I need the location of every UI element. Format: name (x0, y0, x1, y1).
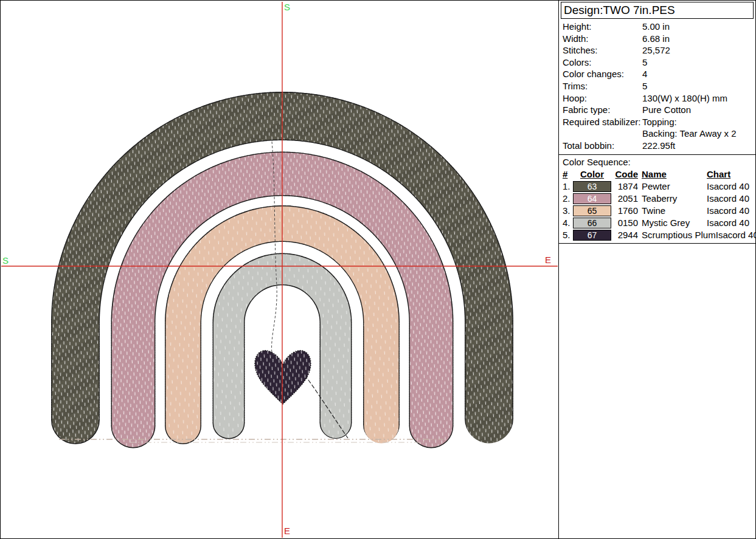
end-marker-right: E (545, 255, 551, 265)
thread-number: 66 (588, 218, 597, 228)
thread-number: 67 (588, 230, 597, 240)
property-row-colors: Colors: 5 (563, 57, 754, 69)
embroidery-preview-window: S S E E Design:TWO 7in.PES Height: 5.00 … (0, 0, 756, 539)
thread-code: 1874 (614, 180, 638, 193)
property-label: Width: (563, 33, 642, 45)
thread-chart: Isacord 40 (707, 205, 753, 217)
property-row-height: Height: 5.00 in (563, 21, 754, 33)
property-label: Color changes: (563, 68, 642, 80)
property-label: Total bobbin: (563, 140, 642, 152)
color-swatch: 66 (573, 218, 611, 228)
property-row-stitches: Stitches: 25,572 (563, 44, 754, 57)
color-table-header-row: # Color Code Name Chart (563, 168, 753, 180)
color-swatch: 67 (573, 230, 611, 241)
header-code: Code (614, 168, 638, 180)
row-num: 2. (563, 193, 573, 205)
design-title: Design:TWO 7in.PES (561, 2, 754, 19)
thread-name: Mystic Grey (642, 217, 690, 229)
end-marker-bottom: E (284, 526, 290, 536)
thread-chart: Isacord 40 (716, 229, 756, 241)
color-row-mystic-grey: 4. 66 0150 Mystic Grey Isacord 40 (563, 217, 753, 229)
property-row-trims: Trims: 5 (563, 80, 754, 92)
property-label: Required stabilizer: (563, 116, 642, 140)
thread-chart: Isacord 40 (707, 193, 753, 205)
property-value: 5.00 in (642, 21, 754, 33)
thread-code: 0150 (614, 217, 638, 229)
property-label: Stitches: (563, 44, 642, 57)
design-info-panel: Design:TWO 7in.PES Height: 5.00 in Width… (558, 1, 755, 538)
property-value: 5 (642, 80, 754, 92)
property-label: Height: (563, 21, 642, 33)
property-value: 25,572 (642, 44, 754, 57)
stabilizer-line-1: Topping: (642, 116, 754, 128)
header-color: Color (573, 168, 611, 180)
color-sequence-heading: Color Sequence: (563, 156, 753, 168)
thread-chart: Isacord 40 (707, 180, 753, 193)
start-marker-left: S (2, 255, 9, 266)
thread-name: Twine (642, 205, 665, 217)
property-value: Pure Cotton (642, 104, 754, 116)
property-label: Trims: (563, 80, 642, 92)
heart-motif (255, 351, 311, 404)
thread-name: Teaberry (642, 193, 677, 205)
header-num: # (563, 168, 573, 180)
color-sequence-section: Color Sequence: # Color Code Name Chart … (559, 154, 755, 244)
header-chart: Chart (707, 168, 753, 180)
color-row-scrumptious-plum: 5. 67 2944 Scrumptious Plum Isacord 40 (563, 229, 753, 241)
thread-name: Pewter (642, 180, 670, 193)
row-num: 3. (563, 205, 573, 217)
property-value: 130(W) x 180(H) mm (642, 92, 754, 105)
color-swatch: 64 (573, 193, 611, 204)
color-swatch: 63 (573, 181, 611, 192)
color-row-pewter: 1. 63 1874 Pewter Isacord 40 (563, 180, 753, 193)
property-label: Fabric type: (563, 104, 642, 116)
property-row-hoop: Hoop: 130(W) x 180(H) mm (563, 92, 754, 105)
property-value: 6.68 in (642, 33, 754, 45)
thread-code: 2051 (614, 193, 638, 205)
property-value: 5 (642, 57, 754, 69)
color-row-twine: 3. 65 1760 Twine Isacord 40 (563, 205, 753, 217)
property-label: Colors: (563, 57, 642, 69)
row-num: 5. (563, 229, 573, 241)
property-value: 222.95ft (642, 140, 754, 152)
thread-code: 2944 (614, 229, 638, 241)
stabilizer-line-2: Backing: Tear Away x 2 (642, 128, 754, 140)
property-row-stabilizer: Required stabilizer: Topping: Backing: T… (563, 116, 754, 140)
start-marker-top: S (284, 2, 290, 12)
thread-code: 1760 (614, 205, 638, 217)
thread-name: Scrumptious Plum (642, 229, 716, 241)
header-name: Name (642, 168, 667, 180)
row-num: 1. (563, 180, 573, 193)
color-swatch: 65 (573, 205, 611, 216)
row-num: 4. (563, 217, 573, 229)
property-row-fabric-type: Fabric type: Pure Cotton (563, 104, 754, 116)
property-value: 4 (642, 68, 754, 80)
color-row-teaberry: 2. 64 2051 Teaberry Isacord 40 (563, 193, 753, 205)
property-value: Topping: Backing: Tear Away x 2 (642, 116, 754, 140)
thread-chart: Isacord 40 (707, 217, 753, 229)
design-properties: Height: 5.00 in Width: 6.68 in Stitches:… (559, 19, 755, 152)
property-row-color-changes: Color changes: 4 (563, 68, 754, 80)
property-label: Hoop: (563, 92, 642, 105)
thread-number: 64 (588, 194, 597, 204)
thread-number: 63 (588, 182, 597, 191)
thread-number: 65 (588, 206, 597, 216)
property-row-total-bobbin: Total bobbin: 222.95ft (563, 140, 754, 152)
property-row-width: Width: 6.68 in (563, 33, 754, 45)
embroidery-canvas: S S E E (1, 1, 558, 538)
